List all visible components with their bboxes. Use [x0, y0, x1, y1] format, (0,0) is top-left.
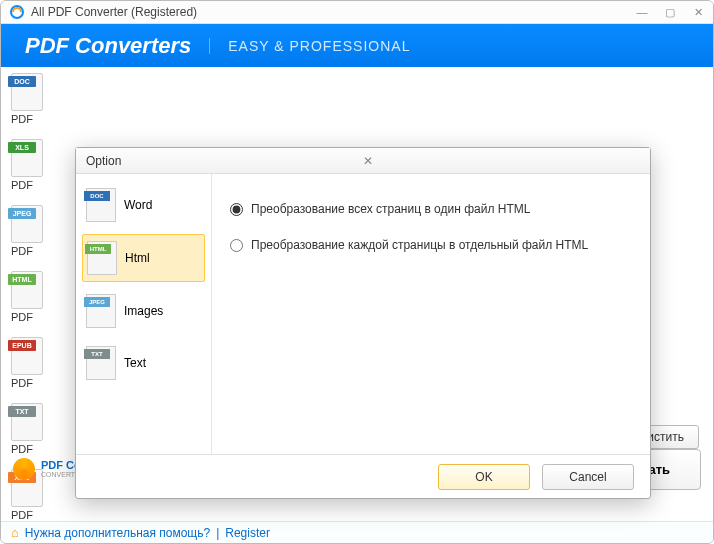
app-icon — [9, 4, 25, 20]
format-label: Html — [125, 251, 150, 265]
format-label: PDF — [11, 113, 33, 125]
help-link[interactable]: Нужна дополнительная помощь? — [25, 526, 210, 540]
format-icon: DOC — [11, 73, 43, 111]
format-icon: HTML — [11, 271, 43, 309]
format-label: Images — [124, 304, 163, 318]
format-icon: EPUB — [11, 337, 43, 375]
format-label: PDF — [11, 311, 33, 323]
footer-separator: | — [216, 526, 219, 540]
maximize-button[interactable]: ▢ — [663, 5, 677, 19]
option-all-pages[interactable]: Преобразование всех страниц в один файл … — [230, 202, 632, 216]
tagline-text: EASY & PROFESSIONAL — [209, 38, 410, 54]
format-item-xls[interactable]: XLSPDF — [11, 139, 65, 191]
logo-orb — [13, 458, 35, 480]
statusbar: ⌂ Нужна дополнительная помощь? | Registe… — [1, 521, 713, 543]
format-item-epub[interactable]: EPUBPDF — [11, 337, 65, 389]
window-controls: — ▢ ✕ — [635, 5, 705, 19]
format-item-doc[interactable]: DOCPDF — [11, 73, 65, 125]
option-all-pages-radio[interactable] — [230, 203, 243, 216]
dialog-format-text[interactable]: TXTText — [82, 340, 205, 386]
minimize-button[interactable]: — — [635, 5, 649, 19]
option-each-page[interactable]: Преобразование каждой страницы в отдельн… — [230, 238, 632, 252]
option-each-page-radio[interactable] — [230, 239, 243, 252]
dialog-footer: OK Cancel — [76, 454, 650, 498]
dialog-titlebar: Option ✕ — [76, 148, 650, 174]
dialog-sidebar: DOCWordHTMLHtmlJPEGImagesTXTText — [76, 174, 212, 454]
cancel-button[interactable]: Cancel — [542, 464, 634, 490]
register-link[interactable]: Register — [225, 526, 270, 540]
option-each-page-label: Преобразование каждой страницы в отдельн… — [251, 238, 588, 252]
window-title: All PDF Converter (Registered) — [31, 5, 635, 19]
home-icon[interactable]: ⌂ — [11, 525, 19, 540]
app-window: All PDF Converter (Registered) — ▢ ✕ PDF… — [0, 0, 714, 544]
format-icon: JPEG — [86, 294, 116, 328]
format-icon: JPEG — [11, 205, 43, 243]
format-label: PDF — [11, 179, 33, 191]
format-label: PDF — [11, 509, 33, 521]
format-label: PDF — [11, 245, 33, 257]
format-label: Word — [124, 198, 152, 212]
format-icon: HTML — [87, 241, 117, 275]
dialog-close-button[interactable]: ✕ — [363, 154, 640, 168]
format-label: Text — [124, 356, 146, 370]
options-dialog: Option ✕ DOCWordHTMLHtmlJPEGImagesTXTTex… — [75, 147, 651, 499]
format-icon: TXT — [11, 403, 43, 441]
close-button[interactable]: ✕ — [691, 5, 705, 19]
dialog-format-html[interactable]: HTMLHtml — [82, 234, 205, 282]
format-icon: XLS — [11, 139, 43, 177]
format-item-html[interactable]: HTMLPDF — [11, 271, 65, 323]
format-icon: DOC — [86, 188, 116, 222]
dialog-title: Option — [86, 154, 363, 168]
titlebar: All PDF Converter (Registered) — ▢ ✕ — [1, 1, 713, 24]
format-label: PDF — [11, 377, 33, 389]
dialog-format-word[interactable]: DOCWord — [82, 182, 205, 228]
brand-text: PDF Converters — [25, 33, 191, 59]
ok-button[interactable]: OK — [438, 464, 530, 490]
format-icon: TXT — [86, 346, 116, 380]
option-all-pages-label: Преобразование всех страниц в один файл … — [251, 202, 530, 216]
main-area: DOCPDFXLSPDFJPEGPDFHTMLPDFEPUBPDFTXTPDFX… — [1, 67, 713, 521]
dialog-content: Преобразование всех страниц в один файл … — [212, 174, 650, 454]
dialog-format-images[interactable]: JPEGImages — [82, 288, 205, 334]
banner: PDF Converters EASY & PROFESSIONAL — [1, 24, 713, 67]
format-item-jpeg[interactable]: JPEGPDF — [11, 205, 65, 257]
dialog-body: DOCWordHTMLHtmlJPEGImagesTXTText Преобра… — [76, 174, 650, 454]
